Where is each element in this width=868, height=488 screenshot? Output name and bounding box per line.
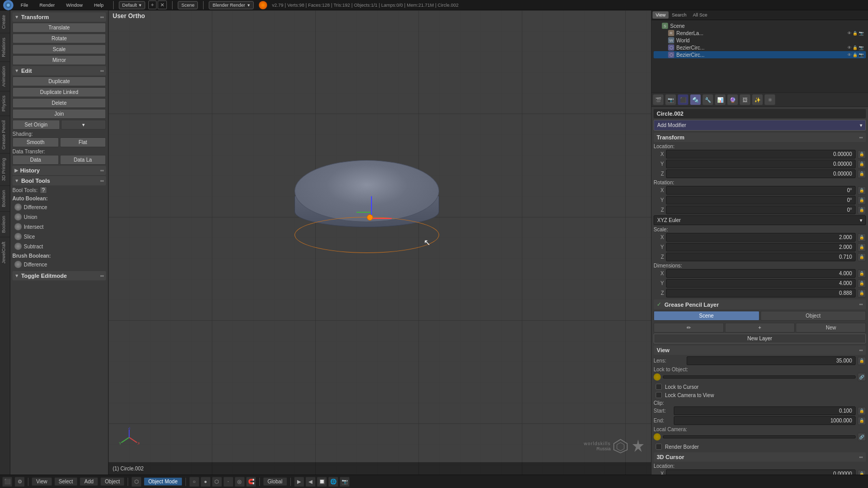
cursor-x-input[interactable]: 0.00000	[666, 469, 856, 475]
lock-cursor-checkbox[interactable]	[656, 384, 662, 390]
transform-section-header[interactable]: Transform ••	[654, 133, 866, 142]
search-tab[interactable]: Search	[669, 11, 690, 19]
render-border-checkbox[interactable]	[656, 444, 662, 450]
prop-tab-render[interactable]: 📷	[665, 94, 676, 105]
local-camera-input[interactable]	[663, 435, 856, 438]
lock-icon[interactable]: 🔒	[853, 31, 858, 36]
rot-x-lock[interactable]: 🔒	[858, 186, 866, 195]
loc-x-lock[interactable]: 🔒	[858, 150, 866, 159]
lock-camera-checkbox[interactable]	[656, 392, 662, 398]
new-layer-button[interactable]: New Layer	[654, 334, 866, 343]
dim-y-lock[interactable]: 🔒	[858, 279, 866, 288]
duplicate-linked-button[interactable]: Duplicate Linked	[12, 87, 106, 97]
toggle-editmode-header[interactable]: ▼ Toggle Editmode ••	[12, 271, 106, 280]
bb-icon-snap[interactable]: 🧲	[246, 477, 256, 487]
smooth-button[interactable]: Smooth	[12, 137, 59, 147]
bottom-view[interactable]: View	[32, 477, 52, 486]
side-tab-relations[interactable]: Relations	[0, 33, 10, 61]
scale-y-input[interactable]: 2.000	[666, 243, 856, 251]
loc-z-lock[interactable]: 🔒	[858, 170, 866, 178]
flat-button[interactable]: Flat	[60, 137, 106, 147]
rot-z-input[interactable]: 0°	[666, 206, 856, 214]
bb-icon-mesh[interactable]: ⬡	[212, 477, 222, 487]
rot-y-lock[interactable]: 🔒	[858, 196, 866, 204]
object-mode-btn[interactable]: Object Mode	[144, 477, 182, 486]
intersect-button[interactable]: Intersect	[12, 222, 106, 231]
layout-dropdown[interactable]: Default ▾	[119, 1, 146, 9]
tree-world[interactable]: W World	[654, 37, 866, 44]
bb-icon-vert[interactable]: ·	[223, 477, 234, 487]
grease-pencil-header[interactable]: ✓ Grease Pencil Layer ••	[654, 300, 866, 309]
set-origin-button[interactable]: Set Origin	[12, 120, 60, 130]
tree-scene[interactable]: S Scene	[654, 22, 866, 29]
side-tab-animation[interactable]: Animation	[0, 61, 10, 91]
side-tab-3dp[interactable]: 3D Printing	[0, 153, 10, 185]
tree-renderla[interactable]: R RenderLa... 👁 🔒 📷	[654, 29, 866, 37]
data-button[interactable]: Data	[12, 155, 59, 165]
clip-start-lock[interactable]: 🔒	[858, 407, 866, 415]
scale-y-lock[interactable]: 🔒	[858, 243, 866, 251]
lock2-icon[interactable]: 🔒	[853, 45, 858, 50]
bottom-add[interactable]: Add	[80, 477, 98, 486]
side-tab-booleon2[interactable]: Booleon	[0, 211, 10, 237]
rot-x-input[interactable]: 0°	[666, 186, 856, 195]
visibility-icon[interactable]: 👁	[847, 31, 851, 36]
prop-tab-texture[interactable]: 🖼	[739, 94, 751, 105]
gp-object-tab[interactable]: Object	[761, 311, 866, 321]
clip-end-lock[interactable]: 🔒	[858, 417, 866, 425]
translate-button[interactable]: Translate	[12, 23, 106, 33]
view-tab[interactable]: View	[653, 11, 669, 19]
loc-y-input[interactable]: 0.00000	[666, 160, 856, 168]
brush-difference-button[interactable]: Difference	[12, 260, 106, 269]
add-modifier-button[interactable]: Add Modifier ▾	[654, 120, 866, 131]
vis2-icon[interactable]: 👁	[847, 45, 851, 50]
cursor-x-lock[interactable]: 🔒	[858, 470, 866, 475]
scale-x-input[interactable]: 2.000	[666, 233, 856, 242]
set-origin-arrow[interactable]: ▾	[61, 120, 106, 130]
gp-pencil-btn[interactable]: ✏	[654, 323, 724, 333]
clip-end-input[interactable]: 1000.000	[674, 416, 856, 425]
history-header[interactable]: ▶ History ••	[12, 166, 106, 175]
prop-tab-particles[interactable]: ✨	[752, 94, 763, 105]
data-la-button[interactable]: Data La	[60, 155, 106, 165]
menu-file[interactable]: File	[17, 2, 33, 9]
subtract-button[interactable]: Subtract	[12, 242, 106, 251]
render3-icon[interactable]: 📷	[859, 53, 864, 57]
add-layout[interactable]: +	[148, 1, 157, 9]
clip-start-input[interactable]: 0.100	[674, 406, 856, 415]
dim-x-input[interactable]: 4.000	[666, 269, 856, 278]
rot-y-input[interactable]: 0°	[666, 196, 856, 204]
prop-tab-constraints[interactable]: 🔩	[690, 94, 701, 105]
bb-icon-r4[interactable]: 🌐	[328, 477, 338, 487]
lock-object-input[interactable]	[663, 375, 856, 379]
gp-new-btn[interactable]: New	[796, 323, 866, 333]
scene-dropdown[interactable]: Scene	[178, 1, 198, 9]
rotate-button[interactable]: Rotate	[12, 34, 106, 43]
side-tab-booleon1[interactable]: Booleon	[0, 185, 10, 211]
scale-z-input[interactable]: 0.710	[666, 253, 856, 261]
prop-tab-object[interactable]: ⬛	[677, 94, 689, 105]
lens-input[interactable]: 35.000	[687, 356, 856, 365]
render2-icon[interactable]: 📷	[859, 45, 864, 50]
vis3-icon[interactable]: 👁	[847, 53, 851, 57]
menu-window[interactable]: Window	[62, 2, 87, 9]
bb-icon-r3[interactable]: 🔲	[317, 477, 327, 487]
duplicate-button[interactable]: Duplicate	[12, 76, 106, 86]
bottom-object[interactable]: Object	[100, 477, 125, 486]
scale-x-lock[interactable]: 🔒	[858, 233, 866, 242]
prop-tab-data[interactable]: 📊	[715, 94, 726, 105]
gp-add-btn[interactable]: +	[725, 323, 795, 333]
bool-tools-header[interactable]: ▼ Bool Tools ••	[12, 176, 106, 185]
lock3-icon[interactable]: 🔒	[853, 53, 858, 57]
loc-y-lock[interactable]: 🔒	[858, 160, 866, 168]
scale-button[interactable]: Scale	[12, 44, 106, 54]
dim-z-lock[interactable]: 🔒	[858, 289, 866, 297]
join-button[interactable]: Join	[12, 109, 106, 119]
lock-object-btn[interactable]: 🔗	[858, 373, 866, 381]
global-btn[interactable]: Global	[263, 477, 287, 486]
tree-bezier2[interactable]: ⬡ BezierCirc... 👁 🔒 📷	[654, 51, 866, 58]
side-tab-physics[interactable]: Physics	[0, 91, 10, 116]
rot-z-lock[interactable]: 🔒	[858, 206, 866, 214]
prop-tab-scene[interactable]: 🎬	[653, 94, 664, 105]
mirror-button[interactable]: Mirror	[12, 55, 106, 65]
